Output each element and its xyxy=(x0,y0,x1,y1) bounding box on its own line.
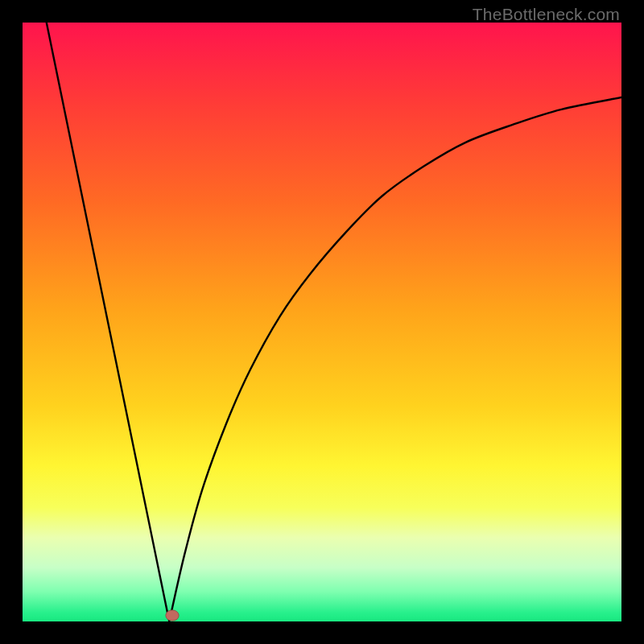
minimum-marker xyxy=(166,610,179,621)
chart-svg xyxy=(23,23,621,621)
plot-area xyxy=(23,23,621,621)
watermark-text: TheBottleneck.com xyxy=(473,5,620,24)
chart-frame: TheBottleneck.com xyxy=(0,0,644,644)
gradient-background xyxy=(23,23,621,621)
